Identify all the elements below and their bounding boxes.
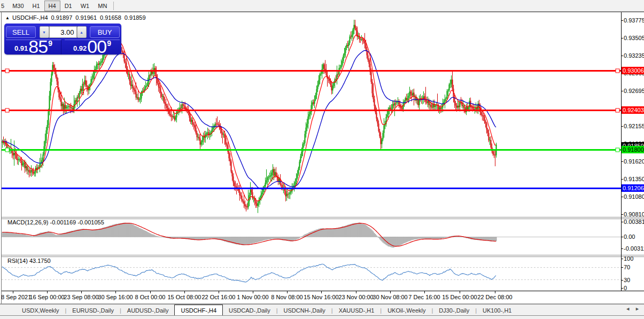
volume-increase-button[interactable]: ▲ <box>77 26 87 38</box>
sell-price-big: 85 <box>28 40 48 54</box>
price-axis-label: 0.90810 <box>624 211 644 218</box>
time-axis-label: 7 Dec 16:00 <box>408 294 440 300</box>
time-axis-label: 23 Nov 00:00 <box>338 294 373 300</box>
chart-tab[interactable]: AUDUSD-,Daily <box>121 305 175 315</box>
macd-axis-label: -0.00311 <box>624 245 644 252</box>
time-axis-label: 15 Oct 08:00 <box>168 294 201 300</box>
timeframe-button-M30[interactable]: M30 <box>8 1 28 11</box>
sell-price[interactable]: 0.91 85 9 <box>6 40 61 55</box>
timeframe-button-W1[interactable]: W1 <box>76 1 94 11</box>
time-axis-label: 8 Nov 08:00 <box>271 294 302 300</box>
tabs-scroll-right-button[interactable]: ► <box>635 306 640 312</box>
macd-label: MACD(12,26,9) -0.001169 -0.001055 <box>7 219 104 225</box>
symbol-title: USDCHF-,H4 <box>12 14 48 21</box>
time-axis-label: 22 Oct 16:00 <box>202 294 236 300</box>
timeframe-button-H1[interactable]: H1 <box>28 1 44 11</box>
time-axis-label: 15 Nov 16:00 <box>304 294 338 300</box>
chart-tab[interactable]: USDX,Weekly <box>16 305 65 315</box>
one-click-panel-toggle-icon[interactable]: ▲ <box>5 15 10 20</box>
sell-price-small: 0.91 <box>14 44 28 52</box>
chart-tab[interactable]: EURUSD-,Daily <box>66 305 120 315</box>
buy-price-small: 0.92 <box>73 44 87 52</box>
price-level-label: 0.91206 <box>622 184 644 192</box>
toolbar-separator <box>113 2 114 10</box>
chart-tab[interactable]: USDCAD-,Daily <box>223 305 276 315</box>
price-axis-label: 0.91080 <box>624 193 644 200</box>
timeframe-button-5[interactable]: 5 <box>0 1 8 11</box>
time-axis-label: 1 Nov 00:00 <box>237 294 268 300</box>
price-level-label: 0.91800 <box>622 146 644 153</box>
tabs-scroll-left-button[interactable]: ◄ <box>625 306 630 312</box>
chart-title: ▲ USDCHF-,H4 0.91897 0.91961 0.91658 0.9… <box>5 14 149 21</box>
time-axis-label: 22 Dec 08:00 <box>477 294 512 300</box>
status-strip <box>0 315 644 319</box>
chart-tab[interactable]: UKOil-,Weekly <box>382 305 431 315</box>
chart-tab[interactable]: DJ30-,Daily <box>433 305 475 315</box>
time-axis-label: 30 Nov 08:00 <box>373 294 407 300</box>
ohlc-low: 0.91658 <box>100 14 121 21</box>
price-axis-label: 0.92155 <box>624 122 644 130</box>
chart-tab[interactable]: USDCNH-,Daily <box>278 305 331 315</box>
time-axis-label: 23 Sep 08:00 <box>64 294 98 300</box>
buy-price-big: 00 <box>87 40 106 54</box>
time-axis-label: 15 Dec 00:00 <box>442 294 477 300</box>
timeframe-button-D1[interactable]: D1 <box>60 1 76 11</box>
rsi-axis-label: 0 <box>624 284 627 292</box>
trading-platform-window: 5M30H1H4D1W1MN ▲ USDCHF-,H4 0.91897 0.91… <box>0 0 644 319</box>
chart-tab[interactable]: XAUUSD-,H1 <box>333 305 381 315</box>
chart-tab[interactable]: USDCHF-,H4 <box>174 305 223 315</box>
price-axis-label: 0.91350 <box>624 175 644 183</box>
chart-tab[interactable]: UK100-,H1 <box>477 305 517 315</box>
chart-tab-bar: USDX,Weekly|EURUSD-,Daily|AUDUSD-,DailyU… <box>0 304 644 315</box>
ohlc-close: 0.91859 <box>125 14 146 21</box>
ohlc-high: 0.91961 <box>75 14 97 21</box>
macd-axis-label: 0.003811 <box>624 218 644 225</box>
sell-price-sup: 9 <box>48 39 52 48</box>
price-axis-label: 0.91620 <box>624 158 644 165</box>
macd-axis-label: 0.00 <box>624 233 635 240</box>
buy-price[interactable]: 0.92 00 9 <box>65 40 120 55</box>
timeframe-button-H4[interactable]: H4 <box>44 1 60 11</box>
price-axis-label: 0.93775 <box>624 17 644 24</box>
price-level-label: 0.93006 <box>622 67 644 74</box>
price-level-label: 0.92403 <box>622 106 644 114</box>
price-axis-label: 0.92695 <box>624 87 644 95</box>
rsi-axis-label: 30 <box>624 276 630 284</box>
timeframe-toolbar: 5M30H1H4D1W1MN <box>0 0 644 12</box>
time-axis-label: 16 Sep 00:00 <box>29 294 64 300</box>
time-axis-label: 8 Sep 2021 <box>1 294 31 300</box>
rsi-label: RSI(14) 43.1750 <box>7 258 51 264</box>
price-axis-label: 0.93505 <box>624 34 644 42</box>
rsi-axis-label: 100 <box>624 255 633 262</box>
rsi-axis-label: 70 <box>624 263 630 271</box>
ohlc-open: 0.91897 <box>51 14 73 21</box>
tab-scroll-arrows: ◄ ► <box>625 306 640 312</box>
timeframe-button-MN[interactable]: MN <box>94 1 111 11</box>
one-click-trade-panel: SELL ▼ ▲ BUY 0.91 85 9 0.92 00 9 <box>4 24 121 55</box>
buy-price-sup: 9 <box>107 39 111 48</box>
volume-input[interactable] <box>49 26 77 38</box>
time-axis-label: 30 Sep 16:00 <box>98 294 133 300</box>
time-axis-label: 8 Oct 00:00 <box>135 294 166 300</box>
price-axis-label: 0.93235 <box>624 52 644 59</box>
